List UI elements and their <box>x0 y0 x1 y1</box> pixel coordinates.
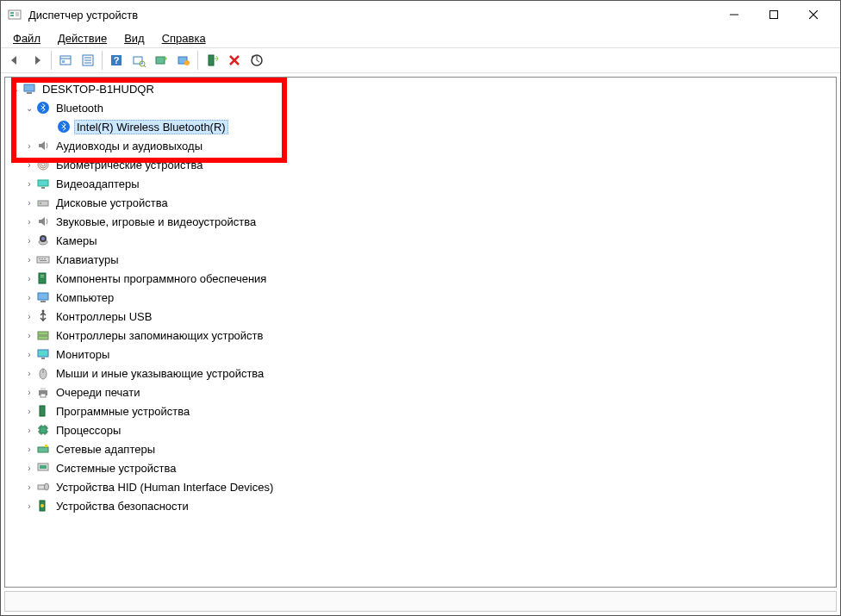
chevron-right-icon[interactable]: › <box>22 236 36 246</box>
computer-icon <box>36 290 50 304</box>
svg-line-19 <box>144 65 146 67</box>
chevron-right-icon[interactable]: › <box>22 331 36 340</box>
tree-item[interactable]: › Устройства безопасности <box>9 496 836 515</box>
chevron-right-icon[interactable]: › <box>22 274 36 283</box>
tree-bluetooth[interactable]: ⌄ Bluetooth <box>9 98 836 117</box>
tree-item[interactable]: › Программные устройства <box>9 401 836 420</box>
speaker-icon <box>36 215 50 228</box>
titlebar: Диспетчер устройств <box>1 1 840 28</box>
svg-point-22 <box>184 60 190 65</box>
svg-rect-59 <box>40 388 46 390</box>
svg-rect-60 <box>40 394 46 397</box>
chevron-right-icon[interactable]: › <box>22 445 36 454</box>
chevron-right-icon[interactable]: › <box>22 369 36 378</box>
window-title: Диспетчер устройств <box>28 9 714 22</box>
disable-device-button[interactable] <box>173 50 194 71</box>
tree-item[interactable]: › Процессоры <box>9 420 836 439</box>
show-hidden-button[interactable] <box>55 50 76 71</box>
chevron-right-icon[interactable]: › <box>22 350 36 359</box>
chevron-right-icon[interactable]: › <box>22 464 36 473</box>
tree-item[interactable]: › Мониторы <box>9 345 836 364</box>
svg-rect-35 <box>41 187 45 189</box>
svg-rect-71 <box>38 447 48 452</box>
chevron-right-icon[interactable]: › <box>22 293 36 302</box>
menu-file[interactable]: Файл <box>4 30 49 47</box>
tree-bluetooth-device[interactable]: · Intel(R) Wireless Bluetooth(R) <box>9 117 836 136</box>
chevron-right-icon[interactable]: › <box>22 141 36 151</box>
close-button[interactable] <box>794 2 833 28</box>
chevron-right-icon[interactable]: › <box>22 388 36 397</box>
tree-item[interactable]: › Дисковые устройства <box>9 193 836 212</box>
fingerprint-icon <box>36 158 50 171</box>
scan-hardware-button[interactable] <box>128 50 149 71</box>
cpu-icon <box>36 423 50 437</box>
chevron-right-icon[interactable]: › <box>22 255 36 264</box>
uninstall-button[interactable] <box>224 50 245 71</box>
svg-rect-8 <box>60 56 71 65</box>
tree-root[interactable]: ⌄ DESKTOP-B1HUDQR <box>9 79 836 98</box>
tree-item[interactable]: › Очереди печати <box>9 383 836 401</box>
tree-item[interactable]: › Аудиовходы и аудиовыходы <box>9 136 836 155</box>
svg-point-32 <box>40 161 47 168</box>
update-driver-button[interactable] <box>246 50 267 71</box>
tree-item[interactable]: › Биометрические устройства <box>9 155 836 174</box>
add-legacy-button[interactable] <box>202 50 222 71</box>
chevron-right-icon[interactable]: › <box>22 407 36 416</box>
speaker-icon <box>36 139 50 152</box>
tree-item[interactable]: › Звуковые, игровые и видеоустройства <box>9 212 836 231</box>
svg-rect-54 <box>38 350 48 357</box>
svg-rect-28 <box>27 92 32 94</box>
tree-item[interactable]: › Сетевые адаптеры <box>9 439 836 458</box>
printer-icon <box>36 385 50 399</box>
minimize-button[interactable] <box>714 2 754 28</box>
chevron-right-icon[interactable]: › <box>22 179 36 189</box>
chevron-down-icon[interactable]: ⌄ <box>22 103 36 113</box>
keyboard-icon <box>36 252 50 266</box>
tree-item[interactable]: › Контроллеры запоминающих устройств <box>9 326 836 345</box>
tree-item[interactable]: › Клавиатуры <box>9 250 836 269</box>
enable-device-button[interactable] <box>151 50 171 71</box>
forward-button[interactable] <box>27 50 47 71</box>
maximize-button[interactable] <box>754 2 794 28</box>
back-button[interactable] <box>4 50 25 71</box>
menu-action[interactable]: Действие <box>49 30 115 47</box>
svg-rect-1 <box>10 12 14 14</box>
computer-icon <box>22 82 36 96</box>
tree-item[interactable]: › Контроллеры USB <box>9 307 836 326</box>
software-component-icon <box>36 271 50 285</box>
tree-item[interactable]: › Компьютер <box>9 288 836 307</box>
svg-rect-75 <box>38 485 45 489</box>
tree-item[interactable]: › Камеры <box>9 231 836 250</box>
svg-rect-20 <box>156 57 165 64</box>
chevron-down-icon[interactable]: ⌄ <box>9 84 22 94</box>
svg-rect-34 <box>38 180 48 186</box>
chevron-right-icon[interactable]: › <box>22 160 36 170</box>
chevron-right-icon[interactable]: › <box>22 501 36 511</box>
svg-rect-48 <box>40 277 44 277</box>
tree-item[interactable]: › Устройства HID (Human Interface Device… <box>9 477 836 496</box>
security-device-icon <box>36 499 50 513</box>
chevron-right-icon[interactable]: › <box>22 198 36 208</box>
svg-rect-46 <box>39 273 46 283</box>
svg-rect-41 <box>37 257 49 263</box>
chevron-right-icon[interactable]: › <box>22 312 36 321</box>
chevron-right-icon[interactable]: › <box>22 426 36 435</box>
tree-item[interactable]: › Видеоадаптеры <box>9 174 836 193</box>
help-button[interactable]: ? <box>106 50 127 71</box>
statusbar <box>4 591 837 612</box>
chevron-right-icon[interactable]: › <box>22 217 36 227</box>
properties-button[interactable] <box>78 50 98 71</box>
svg-rect-74 <box>40 465 47 469</box>
tree-item[interactable]: › Системные устройства <box>9 458 836 477</box>
svg-point-78 <box>40 504 44 507</box>
tree-item[interactable]: › Мыши и иные указывающие устройства <box>9 364 836 383</box>
disk-icon <box>36 196 50 209</box>
chevron-right-icon[interactable]: › <box>22 482 36 492</box>
svg-point-33 <box>41 163 45 166</box>
svg-point-76 <box>45 483 49 490</box>
menu-view[interactable]: Вид <box>115 30 153 47</box>
menu-help[interactable]: Справка <box>153 30 215 47</box>
svg-rect-62 <box>40 426 47 433</box>
tree-item[interactable]: › Компоненты программного обеспечения <box>9 269 836 288</box>
svg-rect-53 <box>38 336 48 339</box>
